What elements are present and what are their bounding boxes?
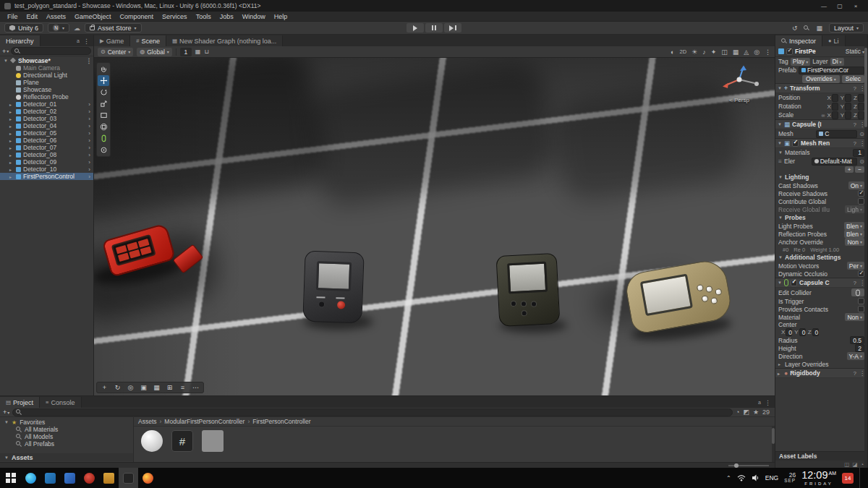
material-field[interactable]: Default-Mat (812, 158, 858, 166)
dynamic-occlusion-checkbox[interactable] (858, 270, 864, 277)
rect-tool-button[interactable] (98, 110, 109, 121)
scene-toolbar-icon[interactable] (733, 48, 739, 56)
taskbar-app-button[interactable] (41, 468, 60, 488)
network-icon[interactable] (737, 474, 746, 481)
close-button[interactable]: × (848, 3, 864, 9)
receive-shadows-checkbox[interactable] (858, 190, 864, 197)
help-icon[interactable]: ? (854, 85, 856, 92)
menu-item[interactable]: Jobs (216, 13, 238, 20)
remove-material-button[interactable]: − (855, 166, 864, 173)
taskbar-app-button[interactable] (60, 468, 80, 488)
asset-grid[interactable]: # (134, 427, 775, 462)
scene-toolbar-icon[interactable] (692, 48, 697, 56)
breadcrumb-item[interactable]: Assets (138, 418, 157, 425)
cast-shadows-dropdown[interactable]: On▾ (848, 181, 864, 189)
active-checkbox[interactable] (786, 48, 793, 55)
rotation-y-field[interactable] (845, 103, 851, 111)
object-picker-icon[interactable]: ⊙ (859, 131, 864, 137)
overlay-toolbar-icon[interactable] (111, 384, 124, 391)
view-tab[interactable]: Scene (130, 35, 166, 46)
foldout-icon[interactable]: ▸ (9, 138, 14, 143)
hierarchy-search-input[interactable] (22, 48, 88, 54)
scene-menu-icon[interactable]: ⋮ (86, 57, 93, 64)
prefab-field[interactable]: FirstPersonCor (799, 67, 864, 74)
position-x-field[interactable] (832, 94, 838, 102)
hierarchy-item[interactable]: ▸ Detector_10 › (0, 166, 93, 173)
menu-item[interactable]: GameObject (70, 13, 116, 20)
overlay-toolbar-icon[interactable] (190, 384, 202, 391)
component-enabled-checkbox[interactable] (792, 140, 799, 147)
materials-count-field[interactable]: 1 (853, 149, 864, 157)
hierarchy-item[interactable]: ▸ Detector_04 › (0, 122, 93, 129)
taskbar-app-button[interactable] (21, 468, 41, 488)
scene-viewport[interactable]: < Persp (94, 58, 775, 395)
asset-thumbnail[interactable] (202, 430, 224, 452)
unity-version-badge[interactable]: Unity 6 (4, 23, 43, 33)
mesh-field[interactable]: C (816, 130, 857, 138)
orientation-dropdown[interactable]: ◍Global▾ (137, 48, 172, 56)
hierarchy-item[interactable]: Plane (0, 79, 93, 86)
open-prefab-arrow[interactable]: › (88, 116, 92, 122)
menu-item[interactable]: Window (238, 13, 270, 20)
scene-toolbar-icon[interactable] (721, 48, 728, 56)
hierarchy-item[interactable]: ▸ Detector_05 › (0, 129, 93, 137)
foldout-icon[interactable]: ▸ (9, 167, 14, 172)
asset-bundle-icon[interactable]: ◫ (844, 461, 849, 468)
open-prefab-arrow[interactable]: › (88, 174, 92, 180)
view-tab[interactable]: Game (94, 35, 130, 46)
foldout-icon[interactable]: ▸ (9, 145, 14, 150)
light-probes-dropdown[interactable]: Blen▾ (844, 222, 864, 230)
scene-toolbar-icon[interactable] (671, 48, 674, 56)
settings-icon[interactable]: ◔ (860, 461, 864, 468)
mesh-renderer-component-header[interactable]: ▼ Mesh Ren ?⋮ (775, 138, 867, 148)
lock-icon[interactable]: a (77, 38, 80, 43)
scene-orientation-gizmo[interactable]: < Persp (714, 64, 765, 103)
radius-field[interactable]: 0.5 (850, 336, 864, 344)
open-prefab-arrow[interactable]: › (88, 137, 92, 144)
overlay-toolbar-icon[interactable] (163, 384, 176, 391)
play-button[interactable] (407, 23, 424, 33)
help-icon[interactable]: ? (854, 280, 856, 286)
search-icon[interactable] (804, 25, 809, 31)
search-by-label-icon[interactable]: ◩ (743, 408, 749, 416)
grid-size-field[interactable]: 1 (180, 48, 192, 56)
hierarchy-item[interactable]: ▸ Detector_08 › (0, 151, 93, 158)
overlay-toolbar-icon[interactable] (98, 384, 111, 391)
help-icon[interactable]: ? (854, 370, 856, 377)
layout-dropdown[interactable]: Layout▾ (829, 23, 864, 33)
drag-handle-icon[interactable]: ≡ (778, 158, 782, 165)
open-prefab-arrow[interactable]: › (88, 166, 92, 173)
maximize-button[interactable]: ▢ (832, 3, 848, 9)
taskbar-app-button[interactable] (138, 468, 158, 488)
open-prefab-arrow[interactable]: › (88, 159, 92, 166)
grid-snap-icon[interactable]: ▦ (195, 48, 201, 55)
pause-button[interactable] (425, 23, 443, 33)
transform-component-header[interactable]: ▼ Transform ?⋮ (775, 83, 867, 93)
receive-gi-dropdown[interactable]: Ligh▾ (845, 205, 864, 213)
tray-date[interactable]: 26 SEP (784, 472, 796, 484)
rotation-x-field[interactable] (832, 103, 838, 111)
notification-badge[interactable]: 14 (842, 473, 854, 484)
add-material-button[interactable]: + (845, 166, 854, 173)
menu-item[interactable]: Tools (192, 13, 216, 20)
open-prefab-arrow[interactable]: › (88, 152, 92, 158)
foldout-icon[interactable]: ▸ (9, 109, 14, 114)
scene-toolbar-icon[interactable] (754, 48, 760, 56)
favorites-item[interactable]: All Models (0, 433, 133, 440)
open-prefab-arrow[interactable]: › (88, 108, 92, 115)
thumbnail-size-slider[interactable] (728, 465, 769, 466)
tab-inspector[interactable]: Inspector (775, 35, 822, 46)
edit-collider-tool-button[interactable] (98, 133, 109, 144)
hierarchy-item[interactable]: Directional Light (0, 72, 93, 79)
tan-detector-model[interactable] (628, 266, 736, 341)
scale-y-field[interactable] (845, 111, 851, 119)
static-dropdown[interactable]: Static▾ (846, 48, 864, 55)
contribute-gi-checkbox[interactable] (858, 198, 864, 205)
project-search-input[interactable] (24, 409, 729, 416)
taskbar-app-button[interactable] (80, 468, 99, 488)
scene-header-row[interactable]: ▼ Showcase* ⋮ (0, 56, 93, 64)
overlay-toolbar-icon[interactable] (150, 384, 163, 391)
foldout-icon[interactable]: ▸ (9, 124, 14, 129)
select-prefab-button[interactable]: Selec (842, 75, 864, 83)
show-desktop-button[interactable] (859, 468, 862, 488)
